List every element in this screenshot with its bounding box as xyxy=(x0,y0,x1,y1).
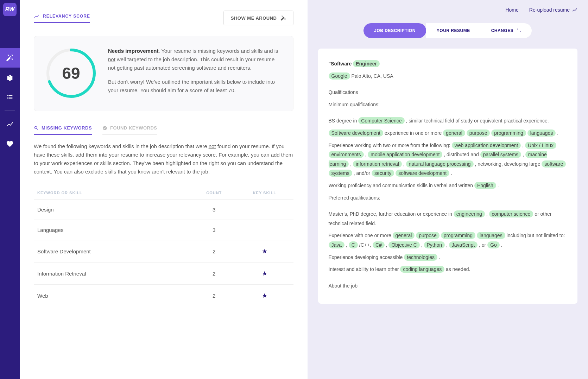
jd-min-quals-label: Minimum qualifications: xyxy=(329,100,567,109)
keywords-table: KEYWORD OR SKILL COUNT KEY SKILL Design3… xyxy=(34,187,293,307)
list-icon xyxy=(6,93,14,101)
wand-icon xyxy=(516,28,521,33)
score-description: Needs improvement. Your resume is missin… xyxy=(108,47,283,100)
keyword-cell: Web xyxy=(37,293,189,299)
left-panel: RELEVANCY SCORE SHOW ME AROUND 69 Needs … xyxy=(20,0,308,379)
pill-tab-jd[interactable]: JOB DESCRIPTION xyxy=(363,23,426,38)
sidebar: RW xyxy=(0,0,20,379)
header-count: COUNT xyxy=(189,191,240,195)
pill-tabs: JOB DESCRIPTION YOUR RESUME CHANGES xyxy=(318,23,578,38)
jd-work-line: Experience working with two or more from… xyxy=(329,141,567,178)
logo[interactable]: RW xyxy=(3,3,17,16)
jd-masters-line: Master's, PhD degree, further education … xyxy=(329,209,567,228)
sidebar-item-heart[interactable] xyxy=(0,134,20,154)
table-row[interactable]: Web2★ xyxy=(34,284,293,307)
wand-icon xyxy=(280,15,286,21)
keyword-cell: Languages xyxy=(37,227,189,233)
handshake-icon xyxy=(6,74,14,81)
count-cell: 3 xyxy=(189,207,240,213)
chart-up-icon xyxy=(572,7,577,13)
table-header: KEYWORD OR SKILL COUNT KEY SKILL xyxy=(34,187,293,199)
job-description-card: "Software Engineer Google Palo Alto, CA,… xyxy=(318,49,578,304)
search-icon xyxy=(34,126,39,131)
right-header: Home Re-upload resume xyxy=(318,7,578,13)
key-skill-cell: ★ xyxy=(239,247,290,255)
heart-icon xyxy=(6,140,14,148)
jd-bs-line: BS degree in Computer Science , similar … xyxy=(329,116,567,126)
jd-tech-line: Experience developing accessible technol… xyxy=(329,253,567,262)
jd-about-label: About the job xyxy=(329,281,567,291)
keywords-description: We found the following keywords and skil… xyxy=(34,142,293,176)
score-ring: 69 xyxy=(45,47,97,100)
show-me-around-button[interactable]: SHOW ME AROUND xyxy=(223,11,293,25)
right-panel: Home Re-upload resume JOB DESCRIPTION YO… xyxy=(308,0,588,379)
table-row[interactable]: Languages3 xyxy=(34,220,293,240)
sidebar-item-list[interactable] xyxy=(0,87,20,107)
key-skill-cell: ★ xyxy=(239,292,290,299)
header-key-skill: KEY SKILL xyxy=(239,191,290,195)
table-row[interactable]: Information Retrieval2★ xyxy=(34,262,293,284)
tab-found-keywords[interactable]: FOUND KEYWORDS xyxy=(102,125,157,135)
keyword-cell: Software Development xyxy=(37,248,189,254)
table-row[interactable]: Software Development2★ xyxy=(34,240,293,262)
sidebar-divider xyxy=(5,110,15,111)
star-icon: ★ xyxy=(262,270,267,277)
wand-icon xyxy=(6,54,14,62)
chart-icon xyxy=(6,120,14,128)
section-title: RELEVANCY SCORE xyxy=(34,13,90,23)
sidebar-item-handshake[interactable] xyxy=(0,68,20,87)
keyword-cell: Information Retrieval xyxy=(37,271,189,277)
count-cell: 2 xyxy=(189,271,240,277)
home-link[interactable]: Home xyxy=(505,7,518,13)
key-skill-cell: ★ xyxy=(239,270,290,277)
sidebar-item-chart[interactable] xyxy=(0,114,20,134)
score-card: 69 Needs improvement. Your resume is mis… xyxy=(34,36,293,111)
table-row[interactable]: Design3 xyxy=(34,199,293,220)
pill-tab-changes[interactable]: CHANGES xyxy=(481,23,532,38)
count-cell: 2 xyxy=(189,293,240,299)
jd-location: Google Palo Alto, CA, USA xyxy=(329,71,567,81)
keyword-cell: Design xyxy=(37,207,189,213)
check-circle-icon xyxy=(102,126,107,131)
header-keyword: KEYWORD OR SKILL xyxy=(37,191,189,195)
section-title-text: RELEVANCY SCORE xyxy=(43,14,90,19)
sidebar-item-wand[interactable] xyxy=(0,48,20,68)
score-value: 69 xyxy=(62,64,80,83)
left-header: RELEVANCY SCORE SHOW ME AROUND xyxy=(34,11,293,25)
count-cell: 3 xyxy=(189,227,240,233)
keyword-tabs: MISSING KEYWORDS FOUND KEYWORDS xyxy=(34,125,293,135)
star-icon: ★ xyxy=(262,248,267,255)
tab-missing-keywords[interactable]: MISSING KEYWORDS xyxy=(34,125,92,135)
jd-lang-line: Experience with one or more general purp… xyxy=(329,231,567,249)
jd-title: "Software Engineer xyxy=(329,59,567,69)
pill-tab-resume[interactable]: YOUR RESUME xyxy=(426,23,481,38)
chart-icon xyxy=(34,13,39,19)
jd-prof-line: Working proficiency and communication sk… xyxy=(329,181,567,190)
jd-learn-line: Interest and ability to learn other codi… xyxy=(329,265,567,274)
jd-exp-line: Software development experience in one o… xyxy=(329,128,567,138)
star-icon: ★ xyxy=(262,292,267,299)
jd-pref-quals-label: Preferred qualifications: xyxy=(329,193,567,203)
reupload-link[interactable]: Re-upload resume xyxy=(529,7,577,13)
jd-qualifications-label: Qualifications xyxy=(329,88,567,97)
count-cell: 2 xyxy=(189,248,240,254)
